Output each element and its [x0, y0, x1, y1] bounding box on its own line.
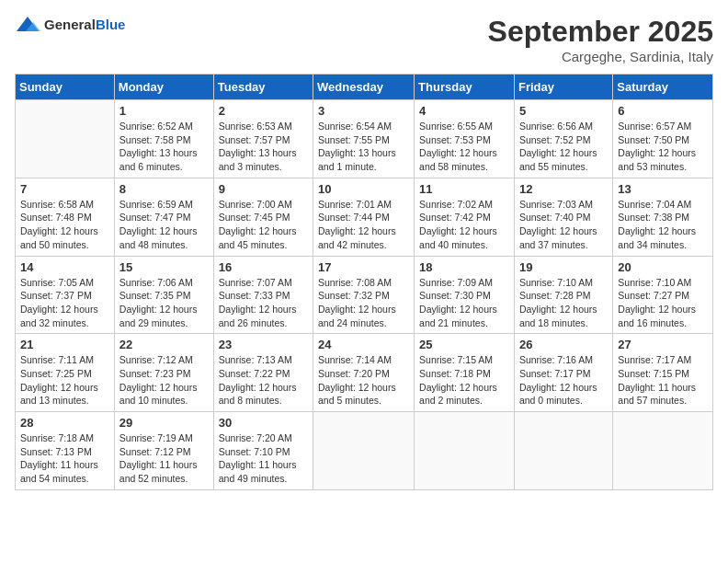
day-number: 3: [318, 104, 409, 118]
calendar-week-row: 7Sunrise: 6:58 AMSunset: 7:48 PMDaylight…: [16, 178, 713, 256]
calendar-cell: 4Sunrise: 6:55 AMSunset: 7:53 PMDaylight…: [415, 100, 515, 178]
day-info: Sunrise: 7:09 AMSunset: 7:30 PMDaylight:…: [419, 276, 509, 330]
day-info: Sunrise: 6:59 AMSunset: 7:47 PMDaylight:…: [119, 198, 209, 252]
day-number: 17: [318, 260, 409, 274]
calendar-cell: 26Sunrise: 7:16 AMSunset: 7:17 PMDayligh…: [514, 334, 612, 412]
day-number: 15: [119, 260, 209, 274]
calendar-cell: 22Sunrise: 7:12 AMSunset: 7:23 PMDayligh…: [114, 334, 213, 412]
calendar-week-row: 28Sunrise: 7:18 AMSunset: 7:13 PMDayligh…: [16, 412, 713, 490]
day-info: Sunrise: 7:04 AMSunset: 7:38 PMDaylight:…: [618, 198, 708, 252]
day-info: Sunrise: 6:56 AMSunset: 7:52 PMDaylight:…: [519, 120, 608, 174]
day-info: Sunrise: 6:54 AMSunset: 7:55 PMDaylight:…: [318, 120, 409, 174]
day-info: Sunrise: 6:52 AMSunset: 7:58 PMDaylight:…: [119, 120, 209, 174]
calendar-cell: 29Sunrise: 7:19 AMSunset: 7:12 PMDayligh…: [114, 412, 213, 490]
day-info: Sunrise: 7:05 AMSunset: 7:37 PMDaylight:…: [20, 276, 109, 330]
weekday-header: Sunday: [16, 75, 115, 100]
calendar-week-row: 21Sunrise: 7:11 AMSunset: 7:25 PMDayligh…: [16, 334, 713, 412]
day-info: Sunrise: 7:11 AMSunset: 7:25 PMDaylight:…: [20, 353, 109, 408]
day-number: 29: [119, 416, 209, 430]
day-number: 4: [419, 104, 509, 118]
calendar-cell: 13Sunrise: 7:04 AMSunset: 7:38 PMDayligh…: [613, 178, 713, 256]
logo: GeneralBlue: [15, 15, 125, 35]
calendar-cell: 19Sunrise: 7:10 AMSunset: 7:28 PMDayligh…: [514, 256, 612, 334]
day-info: Sunrise: 7:12 AMSunset: 7:23 PMDaylight:…: [119, 353, 209, 408]
calendar-cell: 14Sunrise: 7:05 AMSunset: 7:37 PMDayligh…: [16, 256, 115, 334]
weekday-header: Monday: [114, 75, 213, 100]
weekday-header: Saturday: [613, 75, 713, 100]
day-number: 7: [20, 182, 109, 196]
day-info: Sunrise: 7:19 AMSunset: 7:12 PMDaylight:…: [119, 431, 209, 486]
calendar-cell: 6Sunrise: 6:57 AMSunset: 7:50 PMDaylight…: [613, 100, 713, 178]
calendar-cell: [313, 412, 415, 490]
calendar-cell: [415, 412, 515, 490]
weekday-header: Friday: [514, 75, 612, 100]
calendar-table: SundayMondayTuesdayWednesdayThursdayFrid…: [15, 74, 713, 490]
calendar-cell: 12Sunrise: 7:03 AMSunset: 7:40 PMDayligh…: [514, 178, 612, 256]
day-number: 27: [618, 338, 708, 351]
calendar-cell: 16Sunrise: 7:07 AMSunset: 7:33 PMDayligh…: [213, 256, 313, 334]
calendar-cell: 21Sunrise: 7:11 AMSunset: 7:25 PMDayligh…: [16, 334, 115, 412]
day-info: Sunrise: 7:17 AMSunset: 7:15 PMDaylight:…: [618, 353, 708, 408]
day-info: Sunrise: 7:18 AMSunset: 7:13 PMDaylight:…: [20, 431, 109, 486]
calendar-cell: 9Sunrise: 7:00 AMSunset: 7:45 PMDaylight…: [213, 178, 313, 256]
day-info: Sunrise: 7:10 AMSunset: 7:28 PMDaylight:…: [519, 276, 608, 330]
calendar-cell: [613, 412, 713, 490]
calendar-cell: 30Sunrise: 7:20 AMSunset: 7:10 PMDayligh…: [213, 412, 313, 490]
day-info: Sunrise: 7:01 AMSunset: 7:44 PMDaylight:…: [318, 198, 409, 252]
calendar-cell: 2Sunrise: 6:53 AMSunset: 7:57 PMDaylight…: [213, 100, 313, 178]
day-number: 22: [119, 338, 209, 351]
day-info: Sunrise: 7:08 AMSunset: 7:32 PMDaylight:…: [318, 276, 409, 330]
weekday-header: Tuesday: [213, 75, 313, 100]
day-number: 8: [119, 182, 209, 196]
day-info: Sunrise: 7:00 AMSunset: 7:45 PMDaylight:…: [219, 198, 308, 252]
day-number: 24: [318, 338, 409, 351]
day-number: 1: [119, 104, 209, 118]
calendar-cell: 1Sunrise: 6:52 AMSunset: 7:58 PMDaylight…: [114, 100, 213, 178]
calendar-cell: 7Sunrise: 6:58 AMSunset: 7:48 PMDaylight…: [16, 178, 115, 256]
month-title: September 2025: [488, 15, 713, 49]
day-info: Sunrise: 6:55 AMSunset: 7:53 PMDaylight:…: [419, 120, 509, 174]
day-number: 20: [618, 260, 708, 274]
day-number: 23: [219, 338, 308, 351]
day-number: 9: [219, 182, 308, 196]
day-number: 18: [419, 260, 509, 274]
calendar-cell: 25Sunrise: 7:15 AMSunset: 7:18 PMDayligh…: [415, 334, 515, 412]
day-info: Sunrise: 7:10 AMSunset: 7:27 PMDaylight:…: [618, 276, 708, 330]
day-number: 30: [219, 416, 308, 430]
day-number: 28: [20, 416, 109, 430]
calendar-cell: 15Sunrise: 7:06 AMSunset: 7:35 PMDayligh…: [114, 256, 213, 334]
day-number: 26: [519, 338, 608, 351]
day-number: 2: [219, 104, 308, 118]
weekday-header: Wednesday: [313, 75, 415, 100]
title-block: September 2025 Cargeghe, Sardinia, Italy: [488, 15, 713, 64]
day-info: Sunrise: 7:20 AMSunset: 7:10 PMDaylight:…: [219, 431, 308, 486]
calendar-week-row: 14Sunrise: 7:05 AMSunset: 7:37 PMDayligh…: [16, 256, 713, 334]
day-number: 14: [20, 260, 109, 274]
calendar-cell: 10Sunrise: 7:01 AMSunset: 7:44 PMDayligh…: [313, 178, 415, 256]
calendar-cell: [514, 412, 612, 490]
weekday-header-row: SundayMondayTuesdayWednesdayThursdayFrid…: [16, 75, 713, 100]
day-number: 12: [519, 182, 608, 196]
day-info: Sunrise: 6:53 AMSunset: 7:57 PMDaylight:…: [219, 120, 308, 174]
day-number: 21: [20, 338, 109, 351]
calendar-cell: 23Sunrise: 7:13 AMSunset: 7:22 PMDayligh…: [213, 334, 313, 412]
calendar-cell: 5Sunrise: 6:56 AMSunset: 7:52 PMDaylight…: [514, 100, 612, 178]
day-info: Sunrise: 7:14 AMSunset: 7:20 PMDaylight:…: [318, 353, 409, 408]
day-number: 11: [419, 182, 509, 196]
day-info: Sunrise: 6:57 AMSunset: 7:50 PMDaylight:…: [618, 120, 708, 174]
calendar-cell: 28Sunrise: 7:18 AMSunset: 7:13 PMDayligh…: [16, 412, 115, 490]
day-info: Sunrise: 7:03 AMSunset: 7:40 PMDaylight:…: [519, 198, 608, 252]
day-info: Sunrise: 6:58 AMSunset: 7:48 PMDaylight:…: [20, 198, 109, 252]
calendar-cell: 3Sunrise: 6:54 AMSunset: 7:55 PMDaylight…: [313, 100, 415, 178]
logo-icon: [15, 15, 40, 35]
location-title: Cargeghe, Sardinia, Italy: [488, 49, 713, 64]
weekday-header: Thursday: [415, 75, 515, 100]
calendar-cell: 8Sunrise: 6:59 AMSunset: 7:47 PMDaylight…: [114, 178, 213, 256]
day-number: 25: [419, 338, 509, 351]
calendar-cell: 20Sunrise: 7:10 AMSunset: 7:27 PMDayligh…: [613, 256, 713, 334]
calendar-cell: 11Sunrise: 7:02 AMSunset: 7:42 PMDayligh…: [415, 178, 515, 256]
day-info: Sunrise: 7:15 AMSunset: 7:18 PMDaylight:…: [419, 353, 509, 408]
day-number: 6: [618, 104, 708, 118]
logo-general: General: [44, 17, 96, 32]
day-number: 13: [618, 182, 708, 196]
